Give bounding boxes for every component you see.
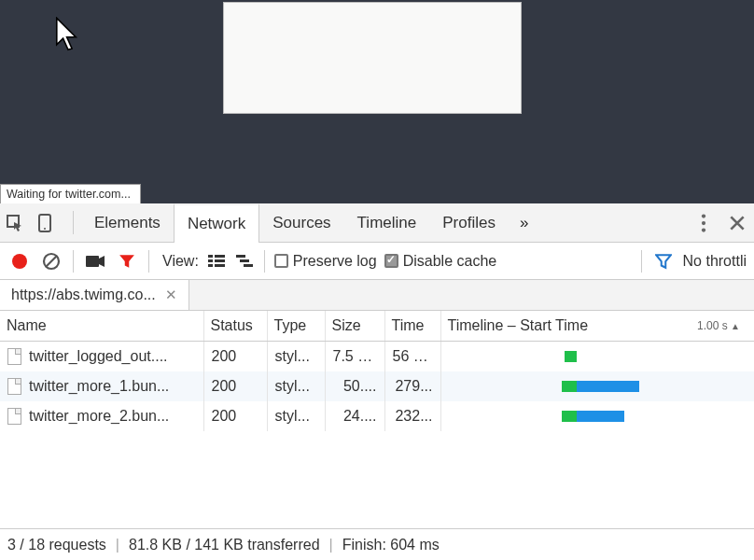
page-loading-box — [223, 2, 522, 114]
network-toolbar: View: Preserve log Disable cache No thro… — [0, 243, 754, 280]
disable-cache-input[interactable] — [384, 254, 398, 268]
row-status: 200 — [203, 401, 267, 431]
svg-rect-9 — [86, 256, 99, 267]
tab-profiles[interactable]: Profiles — [429, 203, 509, 242]
svg-rect-10 — [208, 255, 213, 258]
throttle-label[interactable]: No throttli — [683, 253, 747, 270]
tabs-overflow-button[interactable]: » — [509, 203, 539, 242]
row-type: styl... — [267, 371, 325, 401]
tab-separator — [73, 211, 74, 234]
svg-line-8 — [46, 256, 57, 267]
summary-finish: Finish: 604 ms — [342, 537, 440, 553]
header-timeline-label: Timeline – Start Time — [448, 317, 589, 334]
table-row[interactable]: twitter_more_1.bun...200styl...50....279… — [0, 371, 754, 401]
preserve-log-checkbox[interactable]: Preserve log — [274, 253, 377, 270]
row-waterfall — [440, 342, 754, 372]
row-time: 56 ms — [384, 342, 440, 372]
devtools-close-icon[interactable] — [720, 203, 754, 243]
row-status: 200 — [203, 371, 267, 401]
row-type: styl... — [267, 401, 325, 431]
tab-network[interactable]: Network — [174, 203, 259, 243]
waterfall-view-icon[interactable] — [234, 251, 255, 272]
svg-rect-12 — [208, 259, 213, 262]
svg-point-2 — [44, 228, 46, 230]
close-icon[interactable]: ✕ — [165, 287, 177, 303]
row-time: 232... — [384, 401, 440, 431]
header-time[interactable]: Time — [384, 311, 440, 342]
svg-point-6 — [12, 254, 27, 269]
network-subtabs: https://abs.twimg.co... ✕ — [0, 280, 754, 311]
svg-rect-13 — [215, 259, 225, 262]
device-mode-icon[interactable] — [30, 203, 60, 243]
toolbar-separator — [264, 250, 265, 273]
svg-point-5 — [702, 228, 705, 231]
devtools-tabs-row: Elements Network Sources Timeline Profil… — [0, 203, 754, 243]
row-name: twitter_logged_out.... — [29, 348, 168, 365]
network-table: Name Status Type Size Time Timeline – St… — [0, 311, 754, 528]
header-timeline[interactable]: Timeline – Start Time 1.00 s ▲ — [440, 311, 754, 342]
file-icon — [7, 378, 21, 395]
tab-sources[interactable]: Sources — [259, 203, 343, 242]
svg-rect-14 — [208, 264, 213, 267]
toolbar-separator — [641, 250, 642, 273]
table-header-row: Name Status Type Size Time Timeline – St… — [0, 311, 754, 342]
file-icon — [7, 408, 21, 425]
capture-screenshot-icon[interactable] — [83, 249, 107, 273]
row-time: 279... — [384, 371, 440, 401]
toolbar-separator — [73, 250, 74, 273]
svg-point-3 — [702, 214, 705, 217]
row-name: twitter_more_2.bun... — [29, 408, 169, 425]
svg-rect-18 — [244, 264, 253, 267]
devtools-menu-icon[interactable] — [687, 203, 720, 243]
devtools-tabs-list: Elements Network Sources Timeline Profil… — [65, 203, 539, 242]
row-waterfall — [440, 371, 754, 401]
header-name[interactable]: Name — [0, 311, 203, 342]
network-summary: 3 / 18 requests | 81.8 KB / 141 KB trans… — [0, 528, 754, 560]
summary-requests: 3 / 18 requests — [7, 537, 106, 553]
summary-separator: | — [329, 537, 333, 553]
filter-icon[interactable] — [115, 249, 139, 273]
page-loading-status: Waiting for twitter.com... — [0, 184, 141, 203]
header-size[interactable]: Size — [325, 311, 384, 342]
svg-rect-15 — [215, 264, 225, 267]
file-icon — [7, 348, 21, 365]
clear-icon[interactable] — [39, 249, 63, 273]
mouse-cursor-icon — [54, 17, 82, 52]
tab-elements[interactable]: Elements — [81, 203, 174, 242]
header-type[interactable]: Type — [267, 311, 325, 342]
row-size: 24.... — [325, 401, 384, 431]
row-size: 50.... — [325, 371, 384, 401]
svg-rect-11 — [215, 255, 225, 258]
summary-separator: | — [116, 537, 119, 553]
row-size: 7.5 KB — [325, 342, 384, 372]
tab-timeline[interactable]: Timeline — [344, 203, 430, 242]
summary-transferred: 81.8 KB / 141 KB transferred — [129, 537, 320, 553]
row-type: styl... — [267, 342, 325, 372]
view-label: View: — [162, 253, 199, 270]
browser-viewport: Waiting for twitter.com... — [0, 0, 754, 203]
disable-cache-label: Disable cache — [403, 253, 497, 270]
preserve-log-input[interactable] — [274, 254, 288, 268]
request-subtab[interactable]: https://abs.twimg.co... ✕ — [0, 280, 189, 310]
record-icon[interactable] — [7, 249, 32, 273]
sort-arrow-icon: ▲ — [731, 321, 740, 331]
large-rows-icon[interactable] — [206, 251, 227, 272]
row-status: 200 — [203, 342, 267, 372]
table-row[interactable]: twitter_logged_out....200styl...7.5 KB56… — [0, 342, 754, 372]
svg-rect-16 — [236, 255, 245, 258]
row-name: twitter_more_1.bun... — [29, 378, 169, 395]
request-subtab-label: https://abs.twimg.co... — [11, 287, 156, 303]
preserve-log-label: Preserve log — [293, 253, 377, 270]
filter-funnel-icon[interactable] — [651, 249, 676, 273]
disable-cache-checkbox[interactable]: Disable cache — [384, 253, 497, 270]
toolbar-separator — [148, 250, 149, 273]
devtools-panel: Elements Network Sources Timeline Profil… — [0, 203, 754, 560]
header-status[interactable]: Status — [203, 311, 267, 342]
svg-point-4 — [702, 220, 705, 224]
table-row[interactable]: twitter_more_2.bun...200styl...24....232… — [0, 401, 754, 431]
row-waterfall — [440, 401, 754, 431]
timeline-tick-label: 1.00 s — [697, 319, 728, 332]
inspect-element-icon[interactable] — [0, 203, 30, 243]
svg-rect-17 — [240, 259, 249, 262]
